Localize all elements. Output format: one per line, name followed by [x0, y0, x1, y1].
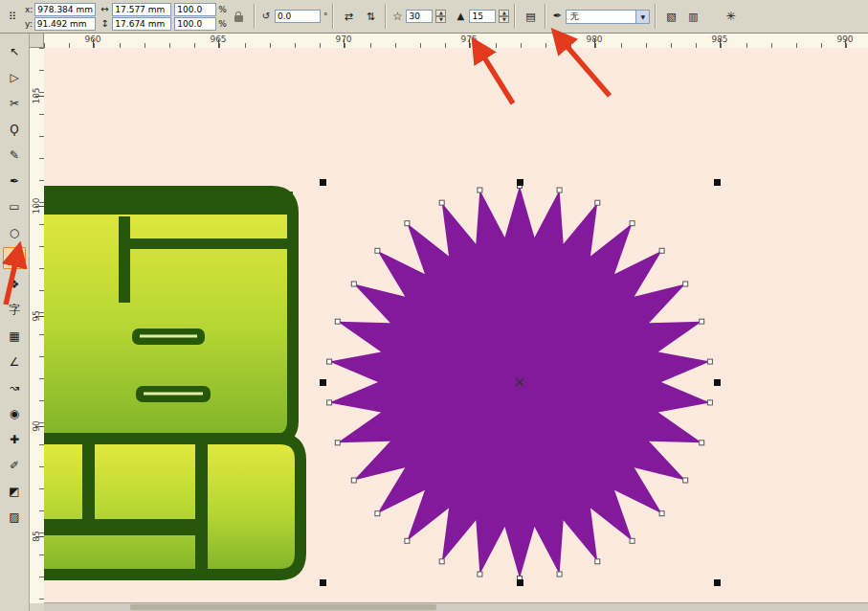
selection-handle[interactable] — [714, 179, 721, 186]
outline-pen-tool[interactable]: ✐ — [3, 454, 26, 476]
eyedropper-tool[interactable]: ✚ — [3, 428, 26, 450]
basic-shapes-tool[interactable]: ❖ — [3, 273, 26, 295]
selection-handle[interactable] — [320, 379, 326, 386]
node-marker[interactable] — [630, 221, 634, 226]
node-marker[interactable] — [335, 441, 340, 445]
horizontal-ruler[interactable]: 960965970975980985990 — [44, 34, 868, 49]
node-marker[interactable] — [439, 559, 444, 564]
node-marker[interactable] — [327, 359, 332, 364]
y-position-input[interactable] — [34, 17, 96, 31]
node-marker[interactable] — [335, 319, 340, 324]
ruler-tick — [35, 536, 44, 537]
selection-handle[interactable] — [320, 179, 326, 186]
selection-handle[interactable] — [320, 579, 326, 586]
scrollbar-thumb[interactable] — [130, 604, 436, 610]
mirror-horizontal-button[interactable]: ⇄ — [339, 7, 358, 27]
node-marker[interactable] — [375, 248, 380, 253]
freehand-tool[interactable]: ✎ — [3, 144, 26, 166]
dimension-tool[interactable]: ∠ — [3, 351, 26, 373]
drawing-canvas[interactable] — [44, 48, 868, 603]
scale-vertical-input[interactable] — [174, 17, 216, 31]
node-marker[interactable] — [595, 559, 600, 564]
text-wrap-button[interactable]: ▤ — [521, 7, 540, 27]
interactive-fill-tool-icon: ▨ — [9, 510, 19, 524]
outline-width-value: 无 — [569, 11, 578, 23]
table-tool[interactable]: ▦ — [3, 325, 26, 347]
connector-tool[interactable]: ↝ — [3, 376, 26, 398]
pick-tool[interactable]: ↖ — [3, 40, 26, 62]
ellipse-tool[interactable]: ○ — [3, 221, 26, 243]
convert-fill-button[interactable]: ▥ — [683, 7, 702, 27]
star-points-icon: ☆ — [391, 11, 403, 21]
vertical-ruler[interactable]: 105100959085 — [30, 48, 45, 603]
node-marker[interactable] — [405, 221, 410, 226]
blend-tool-icon: ◉ — [10, 407, 19, 420]
node-marker[interactable] — [630, 538, 634, 543]
percent-label: % — [218, 19, 227, 29]
node-marker[interactable] — [659, 248, 664, 253]
shape-tool[interactable]: ▷ — [3, 66, 26, 88]
x-position-input[interactable] — [34, 3, 96, 16]
spinner-up-icon[interactable]: ▲ — [435, 10, 446, 16]
polygon-star-tool[interactable]: ☆ — [3, 247, 26, 269]
node-marker[interactable] — [405, 538, 410, 543]
artistic-media-tool[interactable]: ✒ — [3, 170, 26, 192]
node-marker[interactable] — [557, 188, 562, 192]
rotation-angle-input[interactable] — [275, 10, 321, 23]
node-marker[interactable] — [327, 400, 332, 405]
selection-handle[interactable] — [714, 379, 721, 386]
property-bar: ⠿ x: y: ↔ ↕ % — [0, 0, 868, 34]
selection-handle[interactable] — [517, 579, 523, 586]
node-marker[interactable] — [659, 511, 664, 516]
crop-tool[interactable]: ✂ — [3, 92, 26, 114]
dropdown-arrow-icon[interactable]: ▼ — [635, 11, 649, 23]
node-marker[interactable] — [683, 282, 688, 286]
node-marker[interactable] — [595, 200, 600, 205]
node-marker[interactable] — [478, 572, 482, 577]
node-marker[interactable] — [557, 572, 562, 577]
object-height-input[interactable] — [112, 17, 171, 31]
node-marker[interactable] — [700, 441, 704, 445]
ruler-tick — [469, 39, 470, 48]
node-marker[interactable] — [683, 478, 688, 483]
object-height-icon: ↕ — [99, 19, 110, 29]
blend-tool[interactable]: ◉ — [3, 402, 26, 424]
sharpness-input[interactable] — [469, 10, 496, 23]
toolbar-separator — [254, 4, 256, 29]
sharpness-spinner[interactable]: ▲ ▼ — [499, 10, 509, 23]
ruler-tick — [218, 39, 219, 48]
green-character-artwork[interactable] — [44, 192, 300, 575]
node-marker[interactable] — [375, 511, 380, 516]
rectangle-tool-icon: ▭ — [9, 200, 19, 214]
lock-ratio-button[interactable] — [230, 7, 249, 27]
node-marker[interactable] — [439, 200, 444, 205]
star-points-input[interactable] — [406, 10, 433, 23]
selection-handle[interactable] — [517, 179, 523, 186]
rectangle-tool[interactable]: ▭ — [3, 195, 26, 217]
node-marker[interactable] — [478, 188, 482, 192]
ruler-tick — [35, 96, 44, 97]
node-marker[interactable] — [707, 359, 712, 364]
interactive-fill-tool[interactable]: ▨ — [3, 506, 26, 528]
star-points-spinner[interactable]: ▲ ▼ — [435, 10, 446, 23]
node-marker[interactable] — [707, 400, 712, 405]
horizontal-scrollbar[interactable] — [44, 602, 868, 611]
spinner-down-icon[interactable]: ▼ — [499, 16, 509, 23]
text-tool[interactable]: 字 — [3, 299, 26, 321]
mirror-vertical-button[interactable]: ⇅ — [361, 7, 380, 27]
settings-gear-icon[interactable]: ✳ — [721, 7, 740, 27]
spinner-down-icon[interactable]: ▼ — [435, 16, 446, 23]
toolbox: ↖▷✂Ϙ✎✒▭○☆❖字▦∠↝◉✚✐◩▨ — [0, 34, 30, 611]
outline-width-select[interactable]: 无 ▼ — [566, 10, 650, 24]
selection-handle[interactable] — [714, 579, 721, 586]
node-marker[interactable] — [351, 282, 356, 286]
object-width-input[interactable] — [112, 3, 171, 16]
zoom-tool[interactable]: Ϙ — [3, 118, 26, 140]
basic-shapes-tool-icon: ❖ — [10, 278, 20, 291]
node-marker[interactable] — [351, 478, 356, 483]
node-marker[interactable] — [700, 319, 704, 324]
scale-horizontal-input[interactable] — [174, 3, 216, 16]
spinner-up-icon[interactable]: ▲ — [499, 10, 509, 16]
convert-outline-button[interactable]: ▧ — [661, 7, 680, 27]
fill-tool[interactable]: ◩ — [3, 480, 26, 502]
